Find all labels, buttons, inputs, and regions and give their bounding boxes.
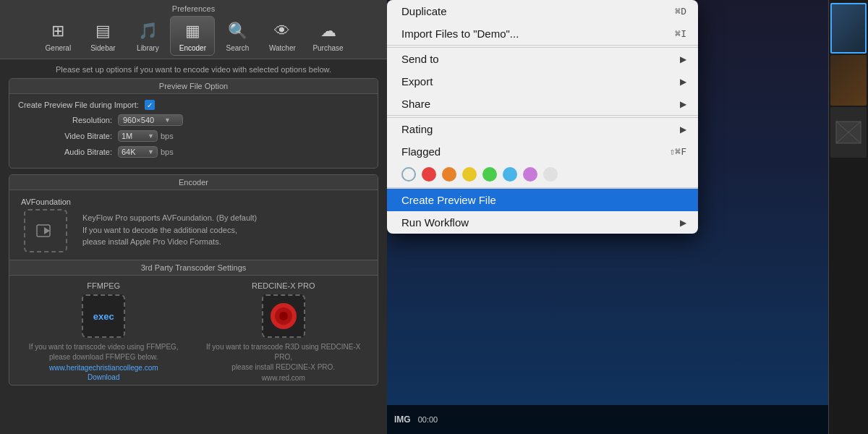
img-label: IMG: [394, 414, 411, 425]
svg-point-4: [279, 312, 288, 320]
menu-item-run-workflow[interactable]: Run Workflow ▶: [387, 211, 698, 234]
color-dot-clear[interactable]: [401, 167, 416, 182]
thumbnail-2[interactable]: [830, 55, 867, 106]
thumbnail-1[interactable]: [830, 3, 867, 54]
redcine-name: REDCINE-X PRO: [252, 281, 315, 290]
search-icon: 🔍: [226, 20, 249, 43]
tab-purchase[interactable]: ☁ Purchase: [305, 16, 351, 56]
encoder-description: Please set up options if you want to enc…: [0, 59, 387, 78]
avfoundation-row: AVFoundation KeyFlow Pro supports AVFoun…: [9, 190, 378, 260]
video-bitrate-select[interactable]: 1M ▼: [118, 130, 158, 142]
tab-library-label: Library: [137, 44, 159, 52]
redcine-icon: [262, 294, 305, 338]
tab-sidebar[interactable]: ▤ Sidebar: [80, 16, 125, 56]
tab-watcher-label: Watcher: [269, 44, 296, 52]
purchase-icon: ☁: [317, 20, 340, 43]
tab-search-label: Search: [226, 44, 250, 52]
resolution-label: Resolution:: [18, 116, 112, 124]
menu-item-export[interactable]: Export ▶: [387, 70, 698, 93]
thumbnail-strip: [828, 0, 868, 434]
menu-item-duplicate[interactable]: Duplicate ⌘D: [387, 0, 698, 22]
video-bitrate-unit: bps: [161, 132, 174, 140]
preferences-panel: Preferences ⊞ General ▤ Sidebar 🎵 Librar…: [0, 0, 387, 434]
ab-arrow: ▼: [143, 148, 154, 156]
color-dot-yellow[interactable]: [462, 167, 477, 182]
tab-search[interactable]: 🔍 Search: [215, 16, 260, 56]
resolution-select[interactable]: 960×540 ▼: [118, 114, 183, 126]
video-bitrate-label: Video Bitrate:: [18, 132, 112, 140]
menu-item-create-preview[interactable]: Create Preview File: [387, 188, 698, 211]
menu-item-share[interactable]: Share ▶: [387, 93, 698, 116]
preferences-tabs: ⊞ General ▤ Sidebar 🎵 Library ▦ Encoder …: [35, 16, 351, 56]
import-shortcut: ⌘I: [675, 28, 686, 39]
redcine-site: www.red.com: [262, 374, 305, 382]
send-to-label: Send to: [401, 53, 439, 65]
third-party-row: FFMPEG exec If you want to transcode vid…: [9, 276, 378, 385]
audio-bitrate-row: Audio Bitrate: 64K ▼ bps: [18, 146, 369, 158]
create-preview-checkbox[interactable]: ✓: [145, 100, 155, 110]
avfoundation-icon: [24, 209, 67, 252]
ffmpeg-icon: exec: [82, 294, 125, 338]
resolution-row: Resolution: 960×540 ▼: [18, 114, 369, 126]
ffmpeg-site: www.heritagechristiancollege.com: [49, 364, 158, 372]
vb-arrow: ▼: [143, 132, 154, 140]
tab-watcher[interactable]: 👁 Watcher: [260, 16, 305, 56]
preferences-header: Preferences ⊞ General ▤ Sidebar 🎵 Librar…: [0, 0, 387, 59]
tab-general-label: General: [46, 44, 72, 52]
timecode: 00:00: [418, 415, 438, 424]
preview-file-section: Preview File Option Create Preview File …: [9, 78, 378, 169]
ffmpeg-item: FFMPEG exec If you want to transcode vid…: [21, 281, 187, 382]
app-panel: IMG 00:00 Duplicate ⌘D Import Files to "…: [387, 0, 868, 434]
run-workflow-arrow: ▶: [680, 218, 686, 228]
tab-encoder-label: Encoder: [179, 44, 206, 52]
color-dot-gray[interactable]: [543, 167, 558, 182]
share-label: Share: [401, 98, 430, 110]
watcher-icon: 👁: [271, 20, 294, 43]
rating-label: Rating: [401, 123, 433, 135]
sidebar-icon: ▤: [91, 20, 114, 43]
duplicate-label: Duplicate: [401, 5, 447, 17]
export-label: Export: [401, 75, 433, 88]
tab-purchase-label: Purchase: [312, 44, 343, 52]
tab-library[interactable]: 🎵 Library: [125, 16, 170, 56]
create-preview-row: Create Preview File during Import: ✓: [18, 100, 369, 110]
menu-item-flagged[interactable]: Flagged ⇧⌘F: [387, 140, 698, 163]
avfoundation-name: AVFoundation: [21, 197, 71, 206]
color-dot-red[interactable]: [422, 167, 436, 182]
color-dot-green[interactable]: [482, 167, 497, 182]
preview-file-title: Preview File Option: [9, 79, 378, 94]
tab-sidebar-label: Sidebar: [90, 44, 115, 52]
color-dots-row: [387, 163, 698, 188]
preferences-title: Preferences: [172, 4, 215, 13]
flagged-label: Flagged: [401, 145, 441, 158]
audio-bitrate-unit: bps: [161, 148, 174, 156]
ffmpeg-download[interactable]: Download: [88, 373, 119, 381]
thumbnail-3[interactable]: [830, 107, 867, 158]
rating-arrow: ▶: [680, 124, 686, 135]
audio-bitrate-select[interactable]: 64K ▼: [118, 146, 158, 158]
import-label: Import Files to "Demo"...: [401, 27, 519, 40]
menu-item-send-to[interactable]: Send to ▶: [387, 47, 698, 70]
resolution-arrow: ▼: [160, 116, 171, 124]
run-workflow-label: Run Workflow: [401, 216, 469, 229]
redcine-description: If you want to transcode R3D using REDCI…: [201, 342, 367, 373]
library-icon: 🎵: [136, 20, 159, 43]
ffmpeg-name: FFMPEG: [87, 281, 120, 290]
color-dot-orange[interactable]: [442, 167, 456, 182]
menu-item-import[interactable]: Import Files to "Demo"... ⌘I: [387, 22, 698, 46]
send-to-arrow: ▶: [680, 54, 686, 64]
tab-general[interactable]: ⊞ General: [35, 16, 80, 56]
third-party-title: 3rd Party Transcoder Settings: [9, 260, 378, 276]
export-arrow: ▶: [680, 77, 686, 87]
avfoundation-description: KeyFlow Pro supports AVFoundation. (By d…: [82, 197, 366, 248]
context-menu: Duplicate ⌘D Import Files to "Demo"... ⌘…: [387, 0, 698, 234]
color-dot-purple[interactable]: [523, 167, 537, 182]
video-bitrate-row: Video Bitrate: 1M ▼ bps: [18, 130, 369, 142]
color-dot-blue[interactable]: [503, 167, 517, 182]
menu-item-rating[interactable]: Rating ▶: [387, 117, 698, 140]
video-info-bar: IMG 00:00: [387, 405, 828, 434]
ffmpeg-description: If you want to transcode video using FFM…: [29, 342, 179, 362]
create-preview-menu-label: Create Preview File: [401, 194, 496, 206]
tab-encoder[interactable]: ▦ Encoder: [170, 16, 215, 56]
encoder-section-title: Encoder: [9, 175, 378, 190]
